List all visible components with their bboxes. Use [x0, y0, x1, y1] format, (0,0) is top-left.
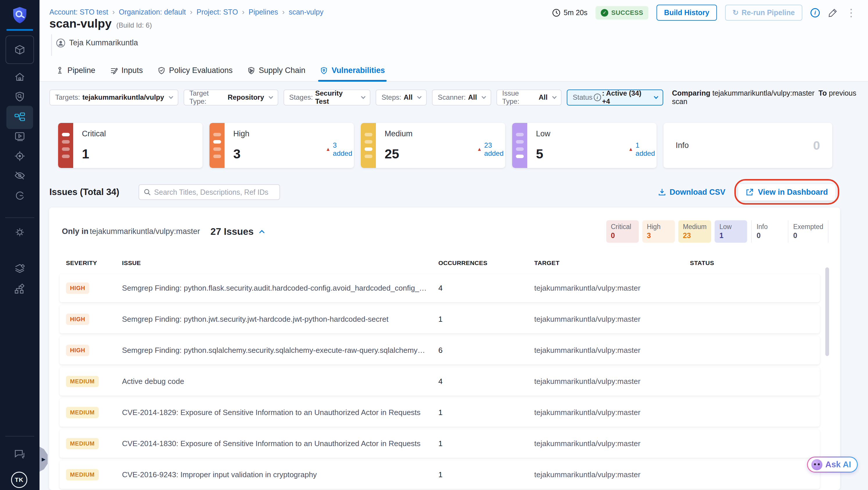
ask-ai-button[interactable]: Ask AI: [807, 457, 858, 472]
title-row: scan-vulpy (Build Id: 6): [50, 17, 152, 31]
low-card[interactable]: Low 5 ▲1 added: [512, 123, 656, 168]
filter-target-type[interactable]: Target Type: Repository: [184, 90, 278, 105]
help-chat-icon: [13, 448, 26, 461]
sidebar-item-baselines[interactable]: [0, 170, 39, 182]
breadcrumb-organization[interactable]: Organization: default: [119, 8, 186, 16]
severity-badge: HIGH: [66, 345, 89, 356]
info-card[interactable]: Info 0: [663, 123, 832, 168]
filter-value: All: [403, 93, 412, 101]
table-row[interactable]: MEDIUM CVE-2016-9243: Improper input val…: [60, 461, 820, 489]
org-structure-gear-icon: [14, 283, 26, 295]
chip-high[interactable]: High3: [642, 220, 675, 243]
pipeline-duration: 5m 20s: [552, 8, 587, 17]
sidebar-item-help[interactable]: [0, 448, 39, 461]
sidebar-item-targets[interactable]: [0, 150, 39, 162]
breadcrumb-separator: ›: [242, 7, 245, 17]
filter-steps[interactable]: Steps: All: [376, 90, 427, 105]
filter-issue-type[interactable]: Issue Type: All: [496, 90, 562, 105]
tab-policy-evaluations[interactable]: Policy Evaluations: [157, 59, 233, 82]
card-count: 25: [384, 147, 399, 161]
tab-inputs[interactable]: Inputs: [110, 59, 143, 82]
main-content: Account: STO test › Organization: defaul…: [39, 0, 868, 490]
filter-label: Targets:: [55, 93, 80, 101]
occurrences-value: 1: [438, 315, 534, 324]
chip-medium[interactable]: Medium23: [678, 220, 711, 243]
rerun-pipeline-button[interactable]: ↻ Re-run Pipeline: [725, 5, 802, 21]
high-card[interactable]: High 3 ▲3 added: [210, 123, 354, 168]
view-in-dashboard-button[interactable]: View in Dashboard: [738, 184, 835, 201]
download-csv-button[interactable]: Download CSV: [658, 188, 725, 197]
build-id: (Build Id: 6): [116, 21, 152, 29]
issue-title: Semgrep Finding: python.jwt.security.jwt…: [122, 315, 438, 324]
build-history-button[interactable]: Build History: [656, 5, 717, 21]
table-row[interactable]: HIGH Semgrep Finding: python.jwt.securit…: [60, 305, 820, 333]
breadcrumb-current[interactable]: scan-vulpy: [289, 8, 323, 16]
sidebar-item-org-settings[interactable]: [0, 283, 39, 295]
tab-supply-chain[interactable]: Supply Chain: [247, 59, 306, 82]
chip-critical[interactable]: Critical0: [606, 220, 639, 243]
search-input[interactable]: [154, 188, 275, 196]
harness-sto-logo-icon[interactable]: [10, 6, 29, 26]
chip-low[interactable]: Low1: [715, 220, 747, 243]
medium-card[interactable]: Medium 25 ▲23 added: [361, 123, 505, 168]
info-icon: i: [594, 94, 601, 101]
added-link[interactable]: ▲3 added: [326, 141, 354, 157]
added-link[interactable]: ▲1 added: [628, 141, 656, 157]
collapse-chevron-icon[interactable]: [259, 230, 265, 235]
kebab-menu-icon[interactable]: ⋮: [846, 7, 857, 18]
triangle-up-icon: ▲: [477, 147, 482, 152]
filter-status[interactable]: Status i : Active (34) +4: [567, 90, 663, 105]
table-row[interactable]: MEDIUM Active debug code 4 tejakummariku…: [60, 367, 820, 396]
chevron-down-icon: [552, 94, 556, 98]
tab-vulnerabilities[interactable]: Vulnerabilities: [320, 59, 385, 82]
triangle-up-icon: ▲: [628, 147, 633, 152]
chip-info[interactable]: Info0: [751, 220, 784, 243]
breadcrumb-account[interactable]: Account: STO test: [50, 8, 108, 16]
sidebar-item-overview[interactable]: [0, 91, 39, 103]
severity-badge: MEDIUM: [66, 469, 99, 481]
chip-value: 0: [793, 231, 823, 240]
user-icon: [56, 39, 65, 48]
module-selector-button[interactable]: [5, 35, 34, 64]
table-row[interactable]: HIGH Semgrep Finding: python.sqlalchemy.…: [60, 336, 820, 364]
download-csv-label: Download CSV: [670, 188, 725, 197]
table-scrollbar[interactable]: [825, 267, 829, 356]
sidebar-item-executions[interactable]: [0, 130, 39, 143]
chevron-down-icon: [169, 94, 174, 99]
table-row[interactable]: MEDIUM CVE-2014-1829: Exposure of Sensit…: [60, 398, 820, 427]
filter-scanner[interactable]: Scanner: All: [432, 90, 491, 105]
header-issue: ISSUE: [122, 259, 438, 267]
issue-title: CVE-2016-9243: Improper input validation…: [122, 470, 438, 479]
author-name: Teja Kummarikuntla: [69, 38, 138, 48]
added-link[interactable]: ▲23 added: [477, 141, 505, 157]
issue-title: Semgrep Finding: python.flask.security.a…: [122, 284, 438, 293]
filter-bar: Targets: tejakummarikuntla/vulpy Target …: [50, 89, 868, 106]
search-box[interactable]: [138, 184, 280, 200]
sidebar-divider: [5, 436, 34, 436]
user-avatar[interactable]: TK: [11, 472, 27, 488]
sidebar-item-pipelines[interactable]: [6, 106, 33, 129]
edit-pencil-icon[interactable]: [828, 8, 838, 18]
tab-pipeline[interactable]: Pipeline: [56, 59, 95, 82]
breadcrumb-pipelines[interactable]: Pipelines: [249, 8, 278, 16]
sidebar-item-default-settings[interactable]: [0, 263, 39, 275]
sidebar-item-ticket-settings[interactable]: [0, 189, 39, 202]
info-icon[interactable]: i: [810, 8, 820, 18]
sidebar-item-home[interactable]: [0, 71, 39, 84]
occurrences-value: 1: [438, 408, 534, 417]
breadcrumb-project[interactable]: Project: STO: [196, 8, 238, 16]
critical-card[interactable]: Critical 1: [58, 123, 203, 168]
filter-targets[interactable]: Targets: tejakummarikuntla/vulpy: [50, 90, 178, 105]
table-row[interactable]: HIGH Semgrep Finding: python.flask.secur…: [60, 274, 820, 302]
severity-cards: Critical 1 High 3 ▲3 added Medium 25 ▲23…: [58, 123, 832, 168]
table-row[interactable]: MEDIUM CVE-2014-1830: Exposure of Sensit…: [60, 430, 820, 458]
medium-band: [361, 123, 376, 168]
filter-label: Target Type:: [189, 89, 225, 105]
sidebar-item-settings[interactable]: [0, 226, 39, 238]
eye-off-icon: [14, 170, 26, 182]
chip-exempted[interactable]: Exempted0: [788, 220, 829, 243]
filter-stages[interactable]: Stages: Security Test: [283, 90, 371, 105]
status-text: SUCCESS: [611, 9, 643, 17]
chevron-down-icon: [482, 94, 486, 99]
ask-ai-label: Ask AI: [825, 460, 851, 469]
